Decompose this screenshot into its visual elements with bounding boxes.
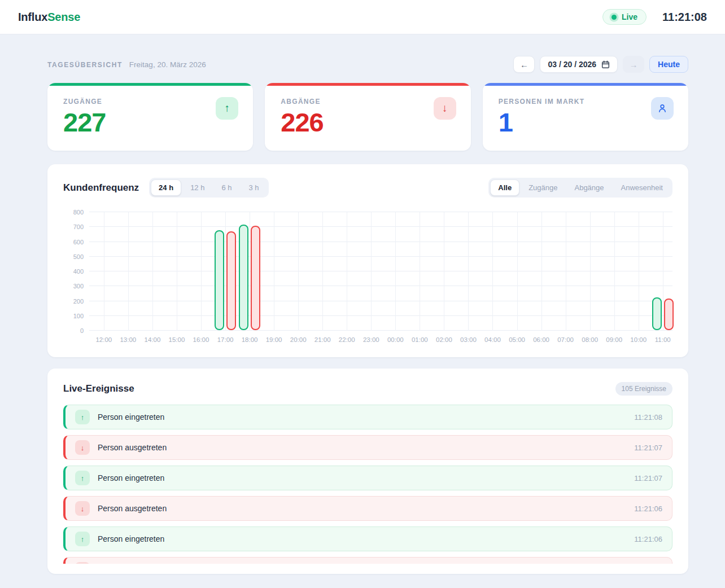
gridline-vertical bbox=[347, 212, 347, 331]
stat-label: ABGÄNGE bbox=[281, 98, 456, 106]
stat-topbar-red bbox=[265, 83, 470, 86]
range-tab-24-h[interactable]: 24 h bbox=[151, 179, 181, 196]
gridline-vertical bbox=[371, 212, 372, 331]
x-axis-tick-label: 06:00 bbox=[533, 336, 549, 343]
bar-zugaenge[interactable] bbox=[652, 297, 662, 330]
arrow-down-icon: ↓ bbox=[75, 501, 90, 516]
y-axis-tick-label: 0 bbox=[63, 327, 84, 334]
gridline-vertical bbox=[201, 212, 202, 331]
x-axis-tick-label: 09:00 bbox=[606, 336, 622, 343]
y-axis-tick-label: 500 bbox=[63, 253, 84, 260]
next-day-button[interactable]: → bbox=[623, 56, 644, 73]
brand-logo: InfluxSense bbox=[18, 11, 80, 24]
stat-topbar-blue bbox=[483, 83, 688, 86]
x-axis-tick-label: 23:00 bbox=[363, 336, 379, 343]
stat-label: PERSONEN IM MARKT bbox=[499, 98, 674, 106]
x-axis-tick-label: 05:00 bbox=[509, 336, 525, 343]
event-label: Person eingetreten bbox=[98, 534, 164, 543]
gridline-vertical bbox=[541, 212, 542, 331]
stats-row: ZUGÄNGE 227 ↑ ABGÄNGE 226 ↓ PERSONEN IM … bbox=[47, 83, 688, 151]
gridline-vertical bbox=[152, 212, 153, 331]
overview-heading: TAGESÜBERSICHT Freitag, 20. März 2026 bbox=[47, 60, 206, 69]
chart-plot: 010020030040050060070080012:0013:0014:00… bbox=[89, 212, 672, 331]
stat-card-exits: ABGÄNGE 226 ↓ bbox=[265, 83, 470, 151]
filter-tab-anwesenheit[interactable]: Anwesenheit bbox=[613, 179, 671, 196]
section-label: TAGESÜBERSICHT bbox=[47, 61, 123, 69]
filter-tab-abgänge[interactable]: Abgänge bbox=[566, 179, 612, 196]
x-axis-tick-label: 21:00 bbox=[315, 336, 331, 343]
arrow-up-icon: ↑ bbox=[75, 532, 90, 546]
x-axis-tick-label: 17:00 bbox=[217, 336, 234, 343]
gridline-vertical bbox=[274, 212, 274, 331]
gridline-vertical bbox=[566, 212, 566, 331]
event-row[interactable]: ↓Person ausgetreten11:21:07 bbox=[63, 435, 672, 460]
range-tab-3-h[interactable]: 3 h bbox=[241, 179, 267, 196]
gridline-vertical bbox=[663, 212, 663, 331]
stat-card-entries: ZUGÄNGE 227 ↑ bbox=[47, 83, 253, 151]
person-icon bbox=[651, 97, 674, 120]
clock: 11:21:08 bbox=[662, 11, 707, 24]
gridline-vertical bbox=[517, 212, 518, 331]
date-picker-input[interactable]: 03 / 20 / 2026 bbox=[540, 56, 618, 73]
gridline-vertical bbox=[639, 212, 639, 331]
x-axis-tick-label: 07:00 bbox=[557, 336, 574, 343]
gridline-vertical bbox=[614, 212, 615, 331]
x-axis-tick-label: 14:00 bbox=[145, 336, 161, 343]
today-button[interactable]: Heute bbox=[649, 56, 688, 73]
x-axis-tick-label: 15:00 bbox=[169, 336, 185, 343]
x-axis-tick-label: 16:00 bbox=[193, 336, 209, 343]
calendar-icon[interactable] bbox=[601, 60, 610, 69]
gridline-vertical bbox=[322, 212, 323, 331]
event-timestamp: 11:21:06 bbox=[634, 535, 662, 543]
y-axis-tick-label: 400 bbox=[63, 268, 84, 275]
stat-label: ZUGÄNGE bbox=[63, 98, 238, 106]
event-row[interactable]: ↓ bbox=[63, 557, 672, 564]
stat-card-occupancy: PERSONEN IM MARKT 1 bbox=[483, 83, 688, 151]
event-timestamp: 11:21:08 bbox=[634, 413, 662, 422]
range-tab-group: 24 h12 h6 h3 h bbox=[149, 178, 268, 198]
gridline-vertical bbox=[444, 212, 444, 331]
filter-tab-zugänge[interactable]: Zugänge bbox=[521, 179, 565, 196]
gridline-vertical bbox=[492, 212, 493, 331]
event-row[interactable]: ↑Person eingetreten11:21:06 bbox=[63, 526, 672, 551]
event-timestamp: 11:21:07 bbox=[634, 474, 662, 482]
chart-card: Kundenfrequenz 24 h12 h6 h3 h AlleZugäng… bbox=[47, 164, 688, 357]
stat-value: 227 bbox=[63, 108, 238, 137]
event-row[interactable]: ↑Person eingetreten11:21:07 bbox=[63, 466, 672, 490]
x-axis-tick-label: 02:00 bbox=[436, 336, 452, 343]
event-row[interactable]: ↓Person ausgetreten11:21:06 bbox=[63, 496, 672, 521]
gridline-vertical bbox=[395, 212, 396, 331]
event-timestamp: 11:21:07 bbox=[634, 444, 662, 452]
x-axis-tick-label: 08:00 bbox=[582, 336, 598, 343]
bar-abgaenge[interactable] bbox=[664, 299, 674, 330]
event-row[interactable]: ↑Person eingetreten11:21:08 bbox=[63, 405, 672, 429]
stat-value: 226 bbox=[281, 108, 456, 137]
bar-abgaenge[interactable] bbox=[251, 226, 260, 330]
bar-zugaenge[interactable] bbox=[239, 225, 248, 330]
chart-area: 010020030040050060070080012:0013:0014:00… bbox=[63, 212, 672, 331]
stat-value: 1 bbox=[499, 108, 674, 137]
stat-topbar-green bbox=[47, 83, 253, 86]
arrow-up-icon: ↑ bbox=[75, 471, 90, 485]
brand-primary: Influx bbox=[18, 11, 47, 23]
x-axis-tick-label: 20:00 bbox=[290, 336, 307, 343]
header-right: Live 11:21:08 bbox=[602, 9, 707, 25]
events-count-badge: 105 Ereignisse bbox=[615, 382, 672, 396]
live-dot-icon bbox=[612, 15, 617, 20]
chart-header: Kundenfrequenz 24 h12 h6 h3 h AlleZugäng… bbox=[63, 178, 672, 198]
y-axis-tick-label: 300 bbox=[63, 283, 84, 289]
arrow-down-icon: ↓ bbox=[75, 440, 90, 455]
date-value: 03 / 20 / 2026 bbox=[548, 60, 596, 69]
arrow-up-icon: ↑ bbox=[75, 410, 90, 424]
overview-bar: TAGESÜBERSICHT Freitag, 20. März 2026 ← … bbox=[47, 56, 688, 73]
filter-tab-alle[interactable]: Alle bbox=[490, 179, 519, 196]
x-axis-tick-label: 13:00 bbox=[120, 336, 136, 343]
prev-day-button[interactable]: ← bbox=[513, 56, 535, 73]
range-tab-12-h[interactable]: 12 h bbox=[182, 179, 212, 196]
events-list[interactable]: ↑Person eingetreten11:21:08↓Person ausge… bbox=[63, 405, 672, 564]
bar-abgaenge[interactable] bbox=[226, 231, 236, 330]
range-tab-6-h[interactable]: 6 h bbox=[213, 179, 239, 196]
bar-zugaenge[interactable] bbox=[215, 230, 224, 330]
gridline-vertical bbox=[298, 212, 299, 331]
arrow-down-icon: ↓ bbox=[75, 562, 90, 564]
